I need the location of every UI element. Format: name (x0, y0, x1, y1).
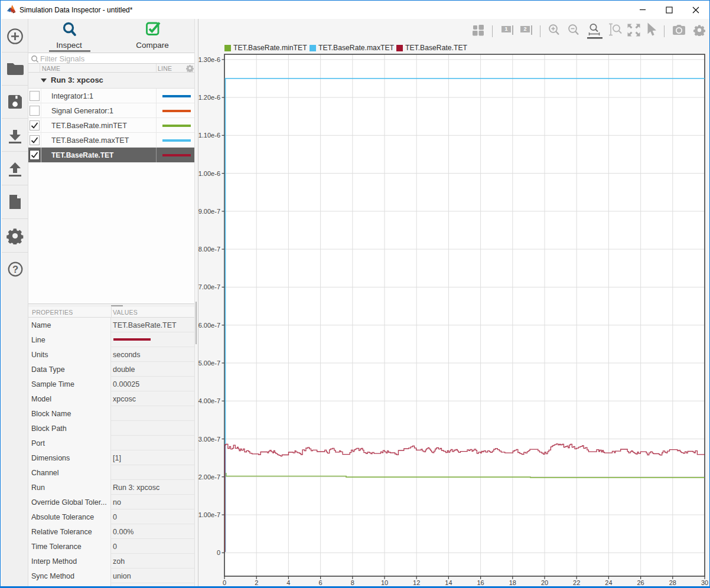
svg-text:?: ? (12, 264, 18, 275)
